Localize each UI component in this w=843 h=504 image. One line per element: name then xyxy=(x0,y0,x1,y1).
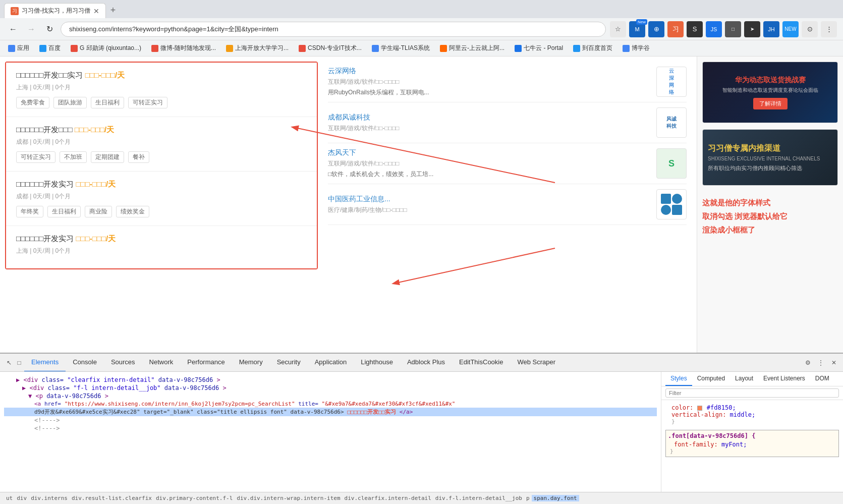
bc-div-fl[interactable]: div.f-l.intern-detail__job xyxy=(433,495,524,501)
baidu2-icon xyxy=(573,45,580,52)
company-info-2: 成都风诚科技 互联网/游戏/软件/□□-□□□□ xyxy=(328,113,651,133)
bc-span-day-font[interactable]: span.day.font xyxy=(532,495,579,501)
ad2-title: 习习僧专属内推渠道 xyxy=(708,143,820,154)
tab-close-button[interactable]: ✕ xyxy=(93,7,99,15)
devtools-tab-performance[interactable]: Performance xyxy=(180,354,232,372)
active-tab[interactable]: 习 习习僧-找实习，用习习僧 ✕ xyxy=(4,3,106,18)
bookmark-apps-label: 应用 xyxy=(17,44,29,52)
devtools-tab-application[interactable]: Application xyxy=(308,354,354,372)
bc-div-intern-wrap[interactable]: div.div.intern-wrap.intern-item xyxy=(235,495,342,501)
job-meta-2: 成都 | 0天/周 | 0个月 xyxy=(16,138,307,146)
job-salary-2: □□□-□□□/天 xyxy=(75,125,115,134)
devtools-tab-security[interactable]: Security xyxy=(270,354,308,372)
devtools-tab-elements[interactable]: Elements xyxy=(24,354,66,372)
job-tag: 年终奖 xyxy=(16,206,43,217)
company-item-2[interactable]: 成都风诚科技 互联网/游戏/软件/□□-□□□□ 风诚科技 xyxy=(328,102,687,143)
styles-tab-layout[interactable]: Layout xyxy=(730,372,758,386)
devtools-tab-editcookie[interactable]: EditThisCookie xyxy=(452,354,510,372)
back-button[interactable]: ← xyxy=(6,22,20,36)
job-salary-4: □□□-□□□/天 xyxy=(76,234,116,243)
company-item-3[interactable]: 杰风天下 互联网/游戏/软件/□□-□□□□ □软件，成长机会大，绩效奖，员工培… xyxy=(328,143,687,184)
devtools-tab-console[interactable]: Console xyxy=(66,354,104,372)
devtools-tab-webscraper[interactable]: Web Scraper xyxy=(510,354,563,372)
ad-btn-1[interactable]: 了解详情 xyxy=(753,98,788,109)
bc-ut[interactable]: ut xyxy=(4,495,15,501)
extension-icon-6[interactable]: ➤ xyxy=(744,21,760,37)
ad-banner-1: 华为动态取送货挑战赛 智能制造和动态取送货调度竞赛论坛会面临 了解详情 xyxy=(702,62,838,123)
bookmark-baidu2[interactable]: 到百度首页 xyxy=(569,43,616,53)
annotation-line-2: 取消勾选 浏览器默认给它 xyxy=(702,209,838,223)
forward-button[interactable]: → xyxy=(24,22,38,36)
bookmark-google[interactable]: G 邱勋涛 (qiuxuntao...) xyxy=(67,43,145,53)
devtools-tab-adblock[interactable]: Adblock Plus xyxy=(400,354,452,372)
address-bar: ← → ↻ ☆ M ⊕ 习 S JS □ ➤ JH NEW ⊙ ⋮ xyxy=(0,18,843,40)
weibo-icon xyxy=(151,45,158,52)
styles-filter-input[interactable] xyxy=(665,388,839,398)
company-info-3: 杰风天下 互联网/游戏/软件/□□-□□□□ □软件，成长机会大，绩效奖，员工培… xyxy=(328,148,651,179)
color-swatch xyxy=(697,406,702,411)
bc-div-interns[interactable]: div.interns xyxy=(29,495,70,501)
bookmark-shida[interactable]: 上海开放大学学习... xyxy=(222,43,293,53)
devtools-settings-icon[interactable]: ⚙ xyxy=(803,358,813,368)
bookmark-boxuegu[interactable]: 博学谷 xyxy=(619,43,654,53)
styles-tab-computed[interactable]: Computed xyxy=(692,372,730,386)
html-line-6: <!----> xyxy=(4,416,657,424)
devtools-pointer-icon[interactable]: ↖ xyxy=(4,358,14,368)
extension-icon-4[interactable]: JS xyxy=(706,21,722,37)
extension-icon-3[interactable]: S xyxy=(687,21,703,37)
devtools-tab-memory[interactable]: Memory xyxy=(232,354,270,372)
reload-button[interactable]: ↻ xyxy=(42,22,57,36)
job-section: □□□□□□开发□□实习 □□□-□□□/天 上海 | 0天/周 | 0个月 免… xyxy=(5,62,692,269)
microsoft-edge-icon[interactable]: M xyxy=(629,21,645,37)
bookmark-tlias[interactable]: 学生端-TLIAS系统 xyxy=(368,43,434,53)
job-tags-3: 年终奖 生日福利 商业险 绩效奖金 xyxy=(16,206,307,217)
extension-icon-10[interactable]: ⋮ xyxy=(821,21,837,37)
style-rule-1: color: #fd8150; vertical-align: middle; … xyxy=(665,404,839,425)
bookmark-qiniu[interactable]: 七牛云 - Portal xyxy=(511,43,567,53)
devtools-breadcrumb: ut div div.interns div.result-list.clear… xyxy=(0,492,843,504)
devtools-more-icon[interactable]: ⋮ xyxy=(816,358,826,368)
job-title-text-1: □□□□□□开发□□实习 xyxy=(16,71,83,79)
bookmark-aliyun[interactable]: 阿里云-上云就上阿... xyxy=(436,43,509,53)
devtools-close-icon[interactable]: ✕ xyxy=(829,358,839,368)
job-item-2[interactable]: □□□□□□开发□□□ □□□-□□□/天 成都 | 0天/周 | 0个月 可转… xyxy=(6,117,317,172)
job-title-text-4: □□□□□□开发实习 xyxy=(16,234,74,243)
job-item-4[interactable]: □□□□□□开发实习 □□□-□□□/天 上海 | 0天/周 | 0个月 xyxy=(6,226,317,268)
bc-p[interactable]: p xyxy=(524,495,532,501)
company-item-4[interactable]: 中国医药工业信息... 医疗/健康/制药/生物/□□-□□□□ xyxy=(328,184,687,225)
bookmark-apps[interactable]: 应用 xyxy=(4,43,33,53)
extension-icon-7[interactable]: JH xyxy=(763,21,779,37)
toolbar-right: ☆ M ⊕ 习 S JS □ ➤ JH NEW ⊙ ⋮ xyxy=(610,21,837,37)
job-item-1[interactable]: □□□□□□开发□□实习 □□□-□□□/天 上海 | 0天/周 | 0个月 免… xyxy=(6,63,317,117)
bc-div-clearfix[interactable]: div.clearfix.intern-detail xyxy=(343,495,433,501)
tlias-icon xyxy=(372,45,379,52)
styles-tab-dom[interactable]: DOM xyxy=(810,372,834,386)
bookmark-csdn[interactable]: CSDN-专业IT技术... xyxy=(295,43,366,53)
job-item-3[interactable]: □□□□□□开发实习 □□□-□□□/天 成都 | 0天/周 | 0个月 年终奖… xyxy=(6,172,317,226)
devtools-tab-network[interactable]: Network xyxy=(142,354,181,372)
baidu-icon xyxy=(39,45,46,52)
devtools-tab-sources[interactable]: Sources xyxy=(104,354,142,372)
bc-div[interactable]: div xyxy=(15,495,29,501)
extension-icon-8[interactable]: NEW xyxy=(782,21,799,37)
bc-div-result-list[interactable]: div.result-list.clearfix xyxy=(70,495,154,501)
extension-icon-9[interactable]: ⊙ xyxy=(802,21,818,37)
extension-icon-2[interactable]: 习 xyxy=(667,21,684,37)
bc-div-primary[interactable]: div.primary-content.f-l xyxy=(154,495,235,501)
company-item-1[interactable]: 云深网络 互联网/游戏/软件/□□-□□□□ 用RubyOnRails快乐编程，… xyxy=(328,62,687,102)
address-input[interactable] xyxy=(61,22,606,37)
bookmark-baidu[interactable]: 百度 xyxy=(35,43,65,53)
devtools-tab-lighthouse[interactable]: Lighthouse xyxy=(354,354,400,372)
devtools-inspect-icon[interactable]: □ xyxy=(14,358,24,368)
styles-tab-event-listeners[interactable]: Event Listeners xyxy=(758,372,810,386)
styles-tab-styles[interactable]: Styles xyxy=(665,372,692,386)
html-line-5[interactable]: d9d开发&#xe669&#xe5ce实习&#xec28" target="_b… xyxy=(4,408,657,416)
extension-icon-5[interactable]: □ xyxy=(725,21,741,37)
bookmark-weibo[interactable]: 微博-随时随地发现... xyxy=(147,43,220,53)
company-type-2: 互联网/游戏/软件/□□-□□□□ xyxy=(328,124,651,133)
new-tab-button[interactable]: + xyxy=(106,3,120,17)
job-title-2: □□□□□□开发□□□ □□□-□□□/天 xyxy=(16,125,307,135)
tab-title: 习习僧-找实习，用习习僧 xyxy=(22,7,90,15)
extension-icon-1[interactable]: ⊕ xyxy=(648,21,664,37)
bookmark-icon[interactable]: ☆ xyxy=(610,21,626,37)
